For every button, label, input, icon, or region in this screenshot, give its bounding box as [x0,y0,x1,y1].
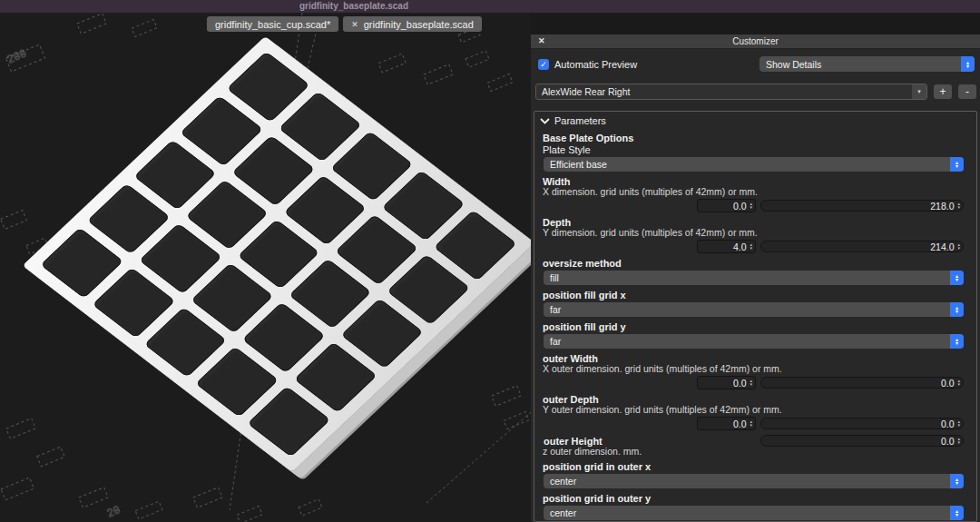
chevron-down-icon [540,118,550,124]
param-description: Y dimension. grid units (multiples of 42… [543,228,976,238]
param-dropdown[interactable]: far▴▾ [544,334,964,349]
spin-stepper: ▴▾ [750,379,752,386]
param-select-row: far▴▾ [544,302,964,317]
tab-gridfinity-baseplate[interactable]: ✕ gridfinity_baseplate.scad [343,16,482,32]
value-text: 0.0 [733,378,747,389]
param-spinbox[interactable]: 0.0▴▾ [697,417,756,430]
tab-label: gridfinity_basic_cup.scad* [215,19,330,30]
chevron-updown-icon: ▴▾ [950,334,964,349]
param-slider[interactable]: 0.0▴▾ [760,418,964,429]
value-text: 0.0 [941,419,955,429]
value-text: 0.0 [941,378,955,389]
chevron-updown-icon: ▴▾ [950,506,964,520]
spin-stepper: ▴▾ [957,243,960,250]
param-spinbox[interactable]: 0.0▴▾ [697,376,756,389]
dropdown-value: Show Details [760,59,961,70]
automatic-preview-label: Automatic Preview [554,59,637,70]
tab-close-icon[interactable]: ✕ [351,20,358,29]
automatic-preview-checkbox[interactable]: ✓ [538,59,549,70]
dropdown-value: far [544,304,950,315]
dropdown-value: fill [544,272,950,283]
stepper-down-icon[interactable]: ▾ [750,247,752,251]
param-slider-row: 0.0▴▾0.0▴▾ [543,376,964,389]
param-description: X outer dimension. grid units (multiples… [543,364,976,374]
spin-stepper: ▴▾ [957,438,960,444]
show-details-dropdown[interactable]: Show Details ▴▾ [760,56,975,72]
param-select-row: fill▴▾ [544,271,964,285]
value-text: 0.0 [941,436,955,447]
value-text: 4.0 [733,241,747,252]
stepper-down-icon[interactable]: ▾ [750,383,752,387]
preset-value: AlexWide Rear Right [536,86,912,97]
chevron-down-icon: ▾ [912,84,926,99]
dropdown-value: Efficient base [544,159,950,170]
spin-stepper: ▴▾ [750,420,752,427]
close-icon[interactable]: ✕ [538,34,545,48]
param-spinbox[interactable]: 4.0▴▾ [697,240,756,253]
preset-dropdown[interactable]: AlexWide Rear Right ▾ [535,84,927,100]
preview-row: ✓ Automatic Preview Show Details ▴▾ [538,56,975,72]
value-text: 0.0 [733,419,747,429]
param-group-title: Base Plate Options [543,133,976,144]
stepper-down-icon[interactable]: ▾ [750,424,752,428]
param-name: oversize method [543,258,976,269]
spin-stepper: ▴▾ [957,420,960,427]
param-select-row: Efficient base▴▾ [544,157,964,172]
stepper-down-icon[interactable]: ▾ [957,424,960,428]
param-slider[interactable]: 214.0▴▾ [760,241,964,252]
3d-viewport[interactable]: 200 20 gridfinity_basic_cup.scad* ✕ grid… [0,13,531,522]
dropdown-value: far [544,336,950,347]
param-description: X dimension. grid units (multiples of 42… [543,187,976,197]
param-select-row: far▴▾ [544,334,964,349]
chevron-updown-icon: ▴▾ [950,302,964,317]
param-description: Y outer dimension. grid units (multiples… [543,405,976,415]
param-select-row: center▴▾ [544,474,964,488]
tab-gridfinity-basic-cup[interactable]: gridfinity_basic_cup.scad* [207,16,338,32]
param-slider[interactable]: 0.0▴▾ [760,435,964,447]
stepper-down-icon[interactable]: ▾ [957,206,960,210]
param-name: position grid in outer y [543,493,976,504]
stepper-down-icon[interactable]: ▾ [957,383,960,387]
param-label: Plate Style [543,144,976,155]
param-name: position fill grid x [543,290,976,300]
param-slider-row: 0.0▴▾218.0▴▾ [543,199,964,212]
dropdown-value: center [544,476,950,487]
svg-text:20: 20 [105,504,122,520]
value-text: 218.0 [930,201,954,212]
chevron-updown-icon: ▴▾ [950,474,964,488]
spin-stepper: ▴▾ [957,379,960,386]
param-dropdown[interactable]: center▴▾ [544,506,964,520]
remove-preset-button[interactable]: - [958,84,976,99]
param-description: z outer dimension. mm. [543,447,976,457]
param-dropdown[interactable]: Efficient base▴▾ [544,157,964,172]
param-spinbox[interactable]: 0.0▴▾ [697,199,756,212]
param-name: position grid in outer x [543,461,976,472]
parameters-container: Parameters Base Plate OptionsPlate Style… [534,111,977,522]
customizer-panel: ✕ Customizer ✓ Automatic Preview Show De… [531,34,980,522]
param-slider-row: 0.0▴▾0.0▴▾ [543,417,964,430]
stepper-down-icon[interactable]: ▾ [750,206,752,210]
chevron-updown-icon: ▴▾ [950,157,964,172]
window-titlebar: gridfinity_baseplate.scad [0,0,980,13]
value-text: 214.0 [930,241,954,252]
param-dropdown[interactable]: far▴▾ [544,302,964,317]
stepper-down-icon[interactable]: ▾ [957,247,960,251]
parameters-label: Parameters [554,115,606,126]
param-dropdown[interactable]: fill▴▾ [544,271,964,285]
stepper-down-icon[interactable]: ▾ [957,441,960,445]
param-name: outer Height [544,436,603,447]
add-preset-button[interactable]: + [934,84,952,99]
param-dropdown[interactable]: center▴▾ [544,474,964,488]
customizer-header: ✕ Customizer [531,34,980,49]
editor-tabs: gridfinity_basic_cup.scad* ✕ gridfinity_… [207,16,482,32]
window-title: gridfinity_baseplate.scad [0,0,708,13]
param-slider[interactable]: 218.0▴▾ [760,200,964,212]
param-name: position fill grid y [543,321,976,332]
check-icon: ✓ [540,60,547,69]
param-slider[interactable]: 0.0▴▾ [760,377,964,389]
spin-stepper: ▴▾ [750,243,752,250]
chevron-updown-icon: ▴▾ [950,271,964,285]
preset-row: AlexWide Rear Right ▾ + - [535,84,976,100]
svg-text:200: 200 [5,48,28,67]
parameters-expander[interactable]: Parameters [534,112,976,128]
